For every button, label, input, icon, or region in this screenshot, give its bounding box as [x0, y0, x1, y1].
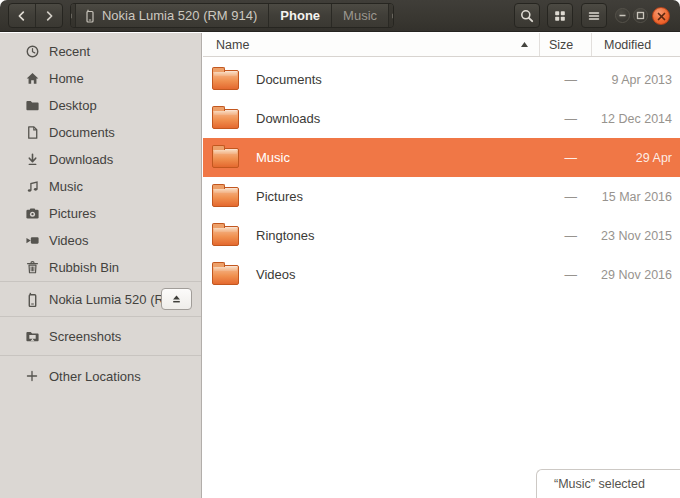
- table-row-documents[interactable]: Documents — 9 Apr 2013: [203, 60, 680, 99]
- table-row-downloads[interactable]: Downloads — 12 Dec 2014: [203, 99, 680, 138]
- table-row-music-selected[interactable]: Music — 29 Apr: [203, 138, 680, 177]
- table-row-pictures[interactable]: Pictures — 15 Mar 2016: [203, 177, 680, 216]
- status-bar: “Music” selected: [536, 469, 680, 498]
- file-name: Documents: [256, 72, 322, 87]
- nav-buttons: [8, 3, 63, 28]
- eject-button[interactable]: [161, 288, 192, 310]
- back-button[interactable]: [9, 4, 36, 27]
- column-header-name-label: Name: [216, 38, 249, 52]
- document-icon: [24, 125, 40, 141]
- maximize-button[interactable]: [633, 8, 648, 23]
- grid-view-icon: [553, 9, 567, 23]
- plus-icon: [24, 368, 40, 384]
- sidebar-item-other-locations[interactable]: Other Locations: [0, 356, 201, 390]
- camera-icon: [24, 206, 40, 222]
- sidebar-item-label: Downloads: [49, 152, 113, 167]
- folder-icon: [212, 70, 239, 90]
- minimize-icon: [618, 11, 627, 20]
- sidebar-item-label: Music: [49, 179, 83, 194]
- sidebar: Recent Home Desktop Documents Downloads: [0, 33, 202, 498]
- file-name: Videos: [256, 267, 296, 282]
- home-icon: [24, 71, 40, 87]
- download-arrow-icon: [24, 152, 40, 168]
- sidebar-item-nokia-device[interactable]: Nokia Lumia 520 (R…: [0, 282, 201, 316]
- file-name: Music: [256, 150, 290, 165]
- column-header-size[interactable]: Size: [540, 33, 592, 56]
- file-name: Ringtones: [256, 228, 315, 243]
- sidebar-item-home[interactable]: Home: [0, 65, 201, 92]
- sidebar-item-label: Desktop: [49, 98, 97, 113]
- sidebar-item-music[interactable]: Music: [0, 173, 201, 200]
- breadcrumb-device[interactable]: Nokia Lumia 520 (RM 914): [76, 4, 269, 27]
- column-header-size-label: Size: [549, 38, 573, 52]
- menu-button[interactable]: [581, 3, 607, 28]
- column-header-modified[interactable]: Modified: [592, 33, 680, 56]
- triangle-left-icon: [70, 11, 75, 21]
- maximize-icon: [636, 11, 645, 20]
- file-size: —: [540, 268, 592, 282]
- sidebar-item-label: Recent: [49, 44, 90, 59]
- table-row-ringtones[interactable]: Ringtones — 23 Nov 2015: [203, 216, 680, 255]
- file-modified: 29 Apr: [592, 151, 680, 165]
- pathbar-scroll-right-button[interactable]: [389, 4, 394, 27]
- sidebar-item-rubbish-bin[interactable]: Rubbish Bin: [0, 254, 201, 281]
- view-grid-button[interactable]: [547, 3, 573, 28]
- music-note-icon: [24, 179, 40, 195]
- sidebar-item-downloads[interactable]: Downloads: [0, 146, 201, 173]
- table-row-videos[interactable]: Videos — 29 Nov 2016: [203, 255, 680, 294]
- sidebar-item-label: Other Locations: [49, 369, 141, 384]
- folder-icon: [212, 265, 239, 285]
- column-header-name[interactable]: Name: [203, 33, 540, 56]
- sidebar-item-label: Videos: [49, 233, 89, 248]
- file-modified: 9 Apr 2013: [592, 73, 680, 87]
- chevron-right-icon: [42, 9, 56, 23]
- triangle-right-icon: [389, 11, 394, 21]
- sidebar-item-videos[interactable]: Videos: [0, 227, 201, 254]
- breadcrumb-device-label: Nokia Lumia 520 (RM 914): [102, 8, 257, 23]
- file-name: Downloads: [256, 111, 320, 126]
- phone-icon: [24, 291, 40, 307]
- folder-icon: [24, 98, 40, 114]
- sidebar-item-recent[interactable]: Recent: [0, 38, 201, 65]
- file-modified: 23 Nov 2015: [592, 229, 680, 243]
- column-header-modified-label: Modified: [604, 38, 651, 52]
- file-modified: 29 Nov 2016: [592, 268, 680, 282]
- file-modified: 15 Mar 2016: [592, 190, 680, 204]
- hamburger-icon: [587, 9, 601, 23]
- close-button[interactable]: [652, 7, 670, 25]
- sidebar-item-label: Nokia Lumia 520 (R…: [49, 292, 177, 307]
- file-size: —: [540, 112, 592, 126]
- sidebar-item-label: Home: [49, 71, 84, 86]
- trash-icon: [24, 260, 40, 276]
- sidebar-item-desktop[interactable]: Desktop: [0, 92, 201, 119]
- search-button[interactable]: [514, 3, 540, 28]
- breadcrumb-next[interactable]: Music: [332, 4, 389, 27]
- screenshot-folder-icon: [24, 328, 40, 344]
- close-icon: [657, 12, 666, 21]
- forward-button[interactable]: [36, 4, 63, 27]
- file-size: —: [540, 151, 592, 165]
- sidebar-item-documents[interactable]: Documents: [0, 119, 201, 146]
- file-rows: Documents — 9 Apr 2013 Downloads — 12 De…: [203, 57, 680, 294]
- file-size: —: [540, 190, 592, 204]
- folder-icon: [212, 109, 239, 129]
- folder-icon: [212, 226, 239, 246]
- folder-icon: [212, 187, 239, 207]
- minimize-button[interactable]: [615, 8, 630, 23]
- file-size: —: [540, 229, 592, 243]
- file-modified: 12 Dec 2014: [592, 112, 680, 126]
- folder-icon: [212, 148, 239, 168]
- sort-ascending-icon: [520, 41, 529, 48]
- file-list-pane: Name Size Modified Documents — 9 Apr 201…: [203, 33, 680, 498]
- phone-icon: [84, 9, 96, 23]
- breadcrumb-current[interactable]: Phone: [269, 4, 332, 27]
- header-bar: Nokia Lumia 520 (RM 914) Phone Music: [0, 0, 680, 32]
- sidebar-item-pictures[interactable]: Pictures: [0, 200, 201, 227]
- clock-icon: [24, 44, 40, 60]
- sidebar-item-label: Screenshots: [49, 329, 121, 344]
- file-size: —: [540, 73, 592, 87]
- chevron-left-icon: [15, 9, 29, 23]
- sidebar-item-label: Pictures: [49, 206, 96, 221]
- sidebar-item-label: Documents: [49, 125, 115, 140]
- sidebar-item-screenshots[interactable]: Screenshots: [0, 317, 201, 355]
